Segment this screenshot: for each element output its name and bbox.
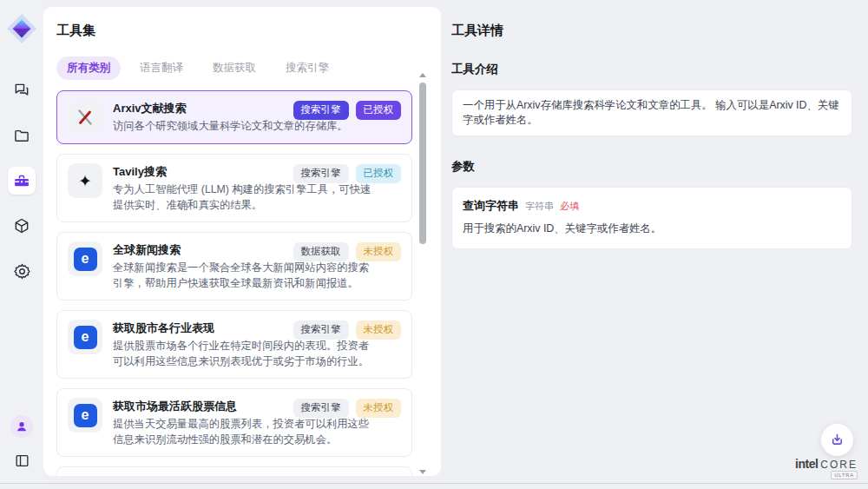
download-button[interactable] xyxy=(821,424,853,456)
folder-icon[interactable] xyxy=(8,122,36,149)
tool-card-tavily[interactable]: ✦ Tavily搜索 专为人工智能代理 (LLM) 构建的搜索引擎工具，可快速提… xyxy=(56,154,412,222)
app-logo-icon xyxy=(5,12,38,45)
arxiv-logo-icon xyxy=(68,100,102,135)
intro-heading: 工具介绍 xyxy=(451,62,852,77)
category-badge: 搜索引擎 xyxy=(293,320,349,340)
param-required-flag: 必填 xyxy=(560,200,579,213)
tab-all-categories[interactable]: 所有类别 xyxy=(56,56,121,80)
user-avatar[interactable] xyxy=(10,415,33,438)
category-badge: 搜索引擎 xyxy=(293,101,349,120)
scroll-up-arrow-icon[interactable] xyxy=(419,73,426,77)
tool-card-list: Arxiv文献搜索 访问各个研究领域大量科学论文和文章的存储库。 搜索引擎 已授… xyxy=(56,90,412,476)
tab-language-translation[interactable]: 语言翻译 xyxy=(129,56,194,80)
tool-card-regional-news[interactable]: 万维地区新闻查询 查询具体行政区划内的新闻，快速了解各地新闻动态。 搜索引擎 未… xyxy=(56,466,412,476)
tool-description: 提供当天交易量最高的股票列表，投资者可以利用这些信息来识别流动性强的股票和潜在的… xyxy=(113,417,378,447)
tool-card-stock-sectors[interactable]: e 获取股市各行业表现 提供股票市场各个行业在特定时间段内的表现。投资者可以利用… xyxy=(56,310,412,379)
settings-gear-icon[interactable] xyxy=(8,257,36,285)
app-frame: 工具集 所有类别 语言翻译 数据获取 搜索引擎 Arxiv文献搜索 访问各个研究… xyxy=(0,0,868,484)
scrollbar-thumb[interactable] xyxy=(419,83,426,244)
authorized-badge: 已授权 xyxy=(356,101,402,120)
collapse-panel-icon[interactable] xyxy=(11,450,32,471)
intel-core-logo: intel CORE ULTRA xyxy=(795,457,858,471)
param-type: 字符串 xyxy=(525,200,554,213)
news-e-logo-icon: e xyxy=(68,241,102,276)
tool-card-arxiv[interactable]: Arxiv文献搜索 访问各个研究领域大量科学论文和文章的存储库。 搜索引擎 已授… xyxy=(56,90,412,144)
page-title: 工具集 xyxy=(56,23,441,39)
param-description: 用于搜索的Arxiv ID、关键字或作者姓名。 xyxy=(463,221,841,236)
tool-card-active-stocks[interactable]: e 获取市场最活跃股票信息 提供当天交易量最高的股票列表，投资者可以利用这些信息… xyxy=(56,388,412,457)
unauthorized-badge: 未授权 xyxy=(356,399,402,418)
category-badge: 搜索引擎 xyxy=(293,399,349,418)
tab-data-fetch[interactable]: 数据获取 xyxy=(202,56,266,80)
category-tabs: 所有类别 语言翻译 数据获取 搜索引擎 xyxy=(56,56,441,80)
authorized-badge: 已授权 xyxy=(356,164,402,183)
icon-rail xyxy=(0,0,43,483)
parameter-card: 查询字符串 字符串 必填 用于搜索的Arxiv ID、关键字或作者姓名。 xyxy=(451,187,852,249)
tab-search-engine[interactable]: 搜索引擎 xyxy=(275,56,339,80)
chat-icon[interactable] xyxy=(8,76,36,104)
brand-ultra-badge: ULTRA xyxy=(831,471,858,479)
tool-card-global-news[interactable]: e 全球新闻搜索 全球新闻搜索是一个聚合全球各大新闻网站内容的搜索引擎，帮助用户… xyxy=(56,232,412,301)
tavily-star-icon: ✦ xyxy=(68,163,102,198)
unauthorized-badge: 未授权 xyxy=(356,320,402,340)
news-e-logo-icon: e xyxy=(68,398,102,433)
intro-text-box: 一个用于从Arxiv存储库搜索科学论文和文章的工具。 输入可以是Arxiv ID… xyxy=(451,89,852,136)
news-e-logo-icon: e xyxy=(68,320,102,354)
scroll-down-arrow-icon[interactable] xyxy=(419,470,426,474)
brand-core-text: CORE xyxy=(820,459,858,471)
tool-description: 提供股票市场各个行业在特定时间段内的表现。投资者可以利用这些信息来识别表现优于或… xyxy=(113,339,378,369)
toolbox-icon[interactable] xyxy=(8,167,36,195)
tool-description: 访问各个研究领域大量科学论文和文章的存储库。 xyxy=(113,119,348,135)
params-heading: 参数 xyxy=(451,159,852,175)
unauthorized-badge: 未授权 xyxy=(356,242,402,261)
download-icon xyxy=(829,432,845,448)
detail-title: 工具详情 xyxy=(451,23,852,39)
tool-list-panel: 工具集 所有类别 语言翻译 数据获取 搜索引擎 Arxiv文献搜索 访问各个研究… xyxy=(43,7,441,476)
tool-description: 专为人工智能代理 (LLM) 构建的搜索引擎工具，可快速提供实时、准确和真实的结… xyxy=(113,182,378,213)
category-badge: 搜索引擎 xyxy=(293,164,349,183)
tool-detail-panel: 工具详情 工具介绍 一个用于从Arxiv存储库搜索科学论文和文章的工具。 输入可… xyxy=(451,0,852,249)
cube-icon[interactable] xyxy=(8,212,36,240)
category-badge: 数据获取 xyxy=(293,242,349,261)
tool-description: 全球新闻搜索是一个聚合全球各大新闻网站内容的搜索引擎，帮助用户快速获取全球最新资… xyxy=(113,261,378,291)
brand-intel-text: intel xyxy=(795,457,818,471)
list-scrollbar[interactable] xyxy=(418,73,427,474)
param-name: 查询字符串 xyxy=(463,198,519,214)
